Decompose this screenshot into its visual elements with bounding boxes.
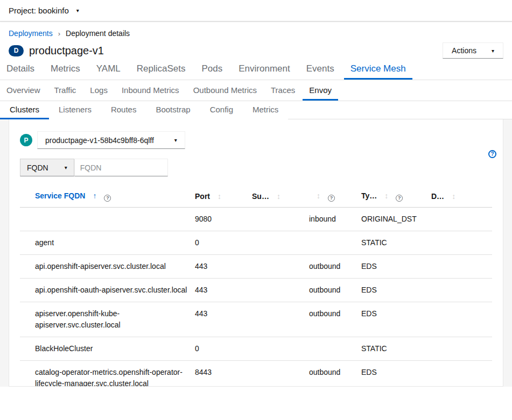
cell-type: STATIC xyxy=(361,231,431,254)
breadcrumb-deployments-link[interactable]: Deployments xyxy=(9,29,53,38)
cell-service-fqdn: apiserver.openshift-kube-apiserver.svc.c… xyxy=(20,302,195,337)
cell-type: STATIC xyxy=(361,337,431,360)
cell-subset xyxy=(252,302,309,337)
column-header-direction[interactable]: ↕? xyxy=(309,186,361,207)
envoy-clusters-card: P productpage-v1-58b4c9bff8-6qlff ▾ ? FQ… xyxy=(9,119,503,387)
filter-toolbar: FQDN ▾ xyxy=(20,159,492,176)
main-tab-bar: Details Metrics YAML ReplicaSets Pods En… xyxy=(0,59,512,80)
sort-icon[interactable]: ↕ xyxy=(277,192,280,201)
mesh-tab-traces[interactable]: Traces xyxy=(264,80,301,101)
mesh-tab-outbound-metrics[interactable]: Outbound Metrics xyxy=(187,80,263,101)
cell-subset xyxy=(252,278,309,302)
cell-destination-rule xyxy=(431,207,492,231)
project-selector[interactable]: Project: bookinfo xyxy=(9,6,69,15)
cell-service-fqdn: catalog-operator-metrics.openshift-opera… xyxy=(20,360,195,387)
chevron-down-icon: ▾ xyxy=(65,165,67,170)
pod-badge: P xyxy=(20,134,32,146)
chevron-down-icon: ▾ xyxy=(174,137,177,143)
cell-service-fqdn: agent xyxy=(20,231,195,254)
sort-icon[interactable]: ↕ xyxy=(384,191,388,200)
column-header-subset[interactable]: Su…↕ xyxy=(252,186,309,207)
cell-type: EDS xyxy=(361,302,431,337)
cell-destination-rule xyxy=(431,360,492,387)
main-tab-details[interactable]: Details xyxy=(0,59,41,80)
cell-port: 8443 xyxy=(195,360,252,387)
breadcrumb: Deployments › Deployment details xyxy=(9,29,503,38)
actions-button[interactable]: Actions ▾ xyxy=(443,42,503,59)
cell-type: EDS xyxy=(361,254,431,278)
main-tab-metrics[interactable]: Metrics xyxy=(44,59,87,80)
table-row-5[interactable]: BlackHoleCluster 0 STATIC xyxy=(20,337,492,360)
table-row-0[interactable]: 9080 inbound ORIGINAL_DST xyxy=(20,207,492,231)
mesh-tab-logs[interactable]: Logs xyxy=(83,80,114,101)
sort-icon[interactable]: ↕ xyxy=(218,192,221,201)
actions-button-label: Actions xyxy=(452,46,476,55)
filter-field-value: FQDN xyxy=(27,163,48,172)
cell-port: 0 xyxy=(195,231,252,254)
cell-destination-rule xyxy=(431,231,492,254)
cell-subset xyxy=(252,207,309,231)
cell-destination-rule xyxy=(431,254,492,278)
envoy-tab-listeners[interactable]: Listeners xyxy=(49,101,101,119)
cell-direction: outbound xyxy=(309,302,361,337)
column-header-destination-rule[interactable]: D…↕ xyxy=(431,186,492,207)
filter-field-dropdown[interactable]: FQDN ▾ xyxy=(20,159,74,176)
column-header-port[interactable]: Port↕ xyxy=(195,186,252,207)
main-tab-replicasets[interactable]: ReplicaSets xyxy=(130,59,192,80)
main-tab-pods[interactable]: Pods xyxy=(195,59,229,80)
cell-port: 443 xyxy=(195,254,252,278)
sort-icon[interactable]: ↕ xyxy=(317,191,320,200)
cell-subset xyxy=(252,360,309,387)
cell-direction xyxy=(309,337,361,360)
sort-icon[interactable]: ↕ xyxy=(452,192,455,201)
page-header: Deployments › Deployment details D produ… xyxy=(0,22,512,59)
envoy-tab-bar: Clusters Listeners Routes Bootstrap Conf… xyxy=(0,101,512,119)
table-row-2[interactable]: api.openshift-apiserver.svc.cluster.loca… xyxy=(20,254,492,278)
cell-port: 0 xyxy=(195,337,252,360)
envoy-tab-metrics[interactable]: Metrics xyxy=(243,101,288,119)
column-help-icon[interactable]: ? xyxy=(328,195,335,202)
column-header-type[interactable]: Ty…↕? xyxy=(361,186,431,207)
cell-service-fqdn: BlackHoleCluster xyxy=(20,337,195,360)
envoy-tab-routes[interactable]: Routes xyxy=(101,101,146,119)
sort-icon[interactable]: ↑ xyxy=(93,191,96,200)
cell-destination-rule xyxy=(431,302,492,337)
pod-select-value: productpage-v1-58b4c9bff8-6qlff xyxy=(45,136,154,145)
column-help-icon[interactable]: ? xyxy=(396,195,403,202)
cell-port: 443 xyxy=(195,278,252,302)
clusters-table: Service FQDN↑? Port↕ Su…↕ ↕? Ty…↕? D…↕ 9… xyxy=(20,186,492,387)
breadcrumb-separator-icon: › xyxy=(58,30,60,38)
cell-port: 443 xyxy=(195,302,252,337)
mesh-tab-overview[interactable]: Overview xyxy=(0,80,47,101)
project-bar: Project: bookinfo ▾ xyxy=(0,0,512,22)
service-mesh-tab-bar: Overview Traffic Logs Inbound Metrics Ou… xyxy=(0,80,512,101)
table-row-4[interactable]: apiserver.openshift-kube-apiserver.svc.c… xyxy=(20,302,492,337)
table-row-6[interactable]: catalog-operator-metrics.openshift-opera… xyxy=(20,360,492,387)
fqdn-filter-input[interactable] xyxy=(74,159,168,176)
table-row-3[interactable]: api.openshift-oauth-apiserver.svc.cluste… xyxy=(20,278,492,302)
main-tab-yaml[interactable]: YAML xyxy=(90,59,127,80)
table-row-1[interactable]: agent 0 STATIC xyxy=(20,231,492,254)
cell-type: EDS xyxy=(361,360,431,387)
pod-select-dropdown[interactable]: productpage-v1-58b4c9bff8-6qlff ▾ xyxy=(37,131,185,149)
cell-destination-rule xyxy=(431,337,492,360)
main-tab-environment[interactable]: Environment xyxy=(232,59,296,80)
card-help-icon[interactable]: ? xyxy=(488,150,496,158)
cell-direction: outbound xyxy=(309,278,361,302)
column-header-service-fqdn[interactable]: Service FQDN↑? xyxy=(20,186,195,207)
cell-destination-rule xyxy=(431,278,492,302)
envoy-tab-bootstrap[interactable]: Bootstrap xyxy=(146,101,200,119)
main-tab-service-mesh[interactable]: Service Mesh xyxy=(344,59,412,80)
cell-type: ORIGINAL_DST xyxy=(361,207,431,231)
page-title: productpage-v1 xyxy=(29,45,104,57)
mesh-tab-traffic[interactable]: Traffic xyxy=(48,80,83,101)
column-help-icon[interactable]: ? xyxy=(104,195,111,202)
main-tab-events[interactable]: Events xyxy=(300,59,341,80)
mesh-tab-envoy[interactable]: Envoy xyxy=(303,80,338,101)
mesh-tab-inbound-metrics[interactable]: Inbound Metrics xyxy=(115,80,186,101)
envoy-tab-clusters[interactable]: Clusters xyxy=(0,101,49,119)
cell-direction xyxy=(309,231,361,254)
breadcrumb-current: Deployment details xyxy=(66,29,130,38)
envoy-tab-config[interactable]: Config xyxy=(200,101,243,119)
cell-direction: outbound xyxy=(309,360,361,387)
